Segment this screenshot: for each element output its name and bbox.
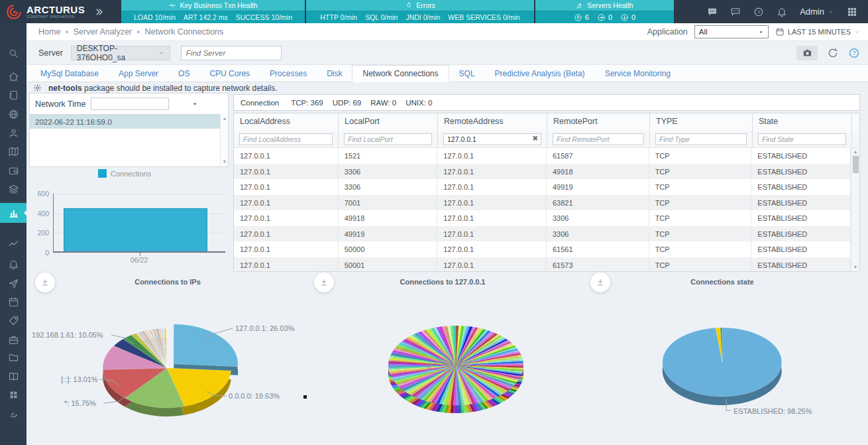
- filter-input-state[interactable]: [758, 133, 846, 145]
- sidebar-item-grid[interactable]: [0, 385, 27, 404]
- tab-network-connections[interactable]: Network Connections: [352, 65, 449, 82]
- network-time-filter-input[interactable]: [91, 97, 169, 110]
- chat-filled-icon[interactable]: [707, 7, 718, 17]
- column-header-remoteaddress[interactable]: RemoteAddress: [438, 113, 547, 131]
- tab-app-server[interactable]: App Server: [109, 65, 168, 82]
- column-header-localport[interactable]: LocalPort: [339, 113, 438, 131]
- download-chart-button[interactable]: [590, 273, 610, 292]
- filter-input-localaddress[interactable]: [239, 133, 333, 145]
- tab-mysql-database[interactable]: MySql Database: [30, 65, 109, 82]
- table-row[interactable]: 127.0.0.150001127.0.0.161573TCPESTABLISH…: [234, 257, 851, 272]
- server-label: Server: [38, 48, 63, 58]
- refresh-icon[interactable]: [827, 47, 839, 59]
- filter-input-remoteport[interactable]: [553, 133, 644, 145]
- sidebar-item-send[interactable]: [0, 274, 27, 292]
- table-cell: TCP: [649, 164, 752, 180]
- table-row[interactable]: 127.0.0.17001127.0.0.163821TCPESTABLISHE…: [234, 195, 851, 211]
- tab-sql[interactable]: SQL: [449, 65, 485, 82]
- tab-predictive-analysis-beta-[interactable]: Predictive Analysis (Beta): [485, 65, 595, 82]
- sidebar-item-globe[interactable]: [0, 105, 27, 123]
- sidebar-item-briefcase[interactable]: [0, 330, 27, 349]
- notifications-bell-icon[interactable]: [777, 7, 787, 17]
- column-header-type[interactable]: TYPE: [650, 113, 753, 131]
- expand-chevrons-icon[interactable]: [94, 7, 105, 17]
- scroll-up-icon[interactable]: ▲: [221, 115, 229, 122]
- help-circle-icon[interactable]: ?: [753, 7, 764, 17]
- folder-icon: [8, 351, 19, 363]
- server-select[interactable]: DESKTOP-376OHO0_sa: [71, 46, 170, 60]
- table-cell: 49918: [547, 164, 649, 180]
- network-time-entry[interactable]: 2022-06-22 11:16:59.0: [30, 115, 228, 129]
- breadcrumb-item[interactable]: Server Analyzer: [74, 27, 132, 36]
- filter-input-type[interactable]: [655, 133, 747, 145]
- circle-down-icon: [620, 13, 629, 22]
- download-chart-button[interactable]: [35, 273, 55, 292]
- column-header-state[interactable]: State: [753, 113, 852, 131]
- table-cell: 1521: [339, 148, 438, 164]
- table-row[interactable]: 127.0.0.13306127.0.0.149919TCPESTABLISHE…: [234, 179, 851, 195]
- connections-bar[interactable]: [64, 208, 207, 251]
- screenshot-button[interactable]: [796, 46, 818, 60]
- breadcrumb-separator: ●: [65, 29, 68, 35]
- sidebar-item-home[interactable]: [0, 67, 27, 86]
- table-row[interactable]: 127.0.0.149919127.0.0.13306TCPESTABLISHE…: [234, 226, 851, 242]
- gear-icon[interactable]: [33, 84, 42, 92]
- sidebar-item-layers[interactable]: [0, 180, 27, 198]
- table-scrollbar[interactable]: ▲ ▼: [851, 148, 859, 271]
- sidebar-item-wallet[interactable]: [0, 161, 27, 180]
- table-row[interactable]: 127.0.0.150000127.0.0.161561TCPESTABLISH…: [234, 241, 851, 257]
- sidebar-item-amazon[interactable]: a: [0, 404, 27, 422]
- left-sidebar: a: [0, 23, 27, 445]
- table-row[interactable]: 127.0.0.149918127.0.0.13306TCPESTABLISHE…: [234, 210, 851, 226]
- tab-processes[interactable]: Processes: [260, 65, 317, 82]
- scroll-down-icon[interactable]: ▼: [221, 159, 229, 165]
- scrollbar-thumb[interactable]: [853, 156, 859, 173]
- sidebar-item-notebook[interactable]: [0, 86, 27, 104]
- apps-grid-icon[interactable]: [847, 7, 857, 17]
- clear-filter-icon[interactable]: ✖: [533, 135, 538, 142]
- kpi-section[interactable]: Servers Health600: [535, 0, 674, 23]
- column-header-localaddress[interactable]: LocalAddress: [234, 113, 339, 131]
- brand-logo[interactable]: ARCTURUS CONSTANT INNOVATION: [0, 0, 121, 23]
- sidebar-item-user[interactable]: [0, 123, 27, 142]
- sidebar-item-book[interactable]: [0, 367, 27, 385]
- kpi-metric: SQL 0/min: [365, 13, 398, 21]
- scroll-down-icon[interactable]: ▼: [851, 264, 859, 271]
- sidebar-item-trend[interactable]: [0, 235, 27, 253]
- help-icon[interactable]: ?: [848, 47, 860, 59]
- network-time-scrollbar[interactable]: ▲ ▼: [220, 114, 228, 166]
- table-row[interactable]: 127.0.0.13306127.0.0.149918TCPESTABLISHE…: [234, 164, 851, 180]
- tab-os[interactable]: OS: [168, 65, 199, 82]
- tab-service-monitoring[interactable]: Service Monitoring: [595, 65, 680, 82]
- sidebar-item-map[interactable]: [0, 142, 27, 160]
- globe-icon: [8, 109, 19, 120]
- time-range-picker[interactable]: LAST 15 MINUTES: [775, 27, 860, 36]
- sidebar-item-bar-chart[interactable]: [0, 203, 27, 223]
- find-server-input[interactable]: [181, 46, 282, 60]
- caret-down-icon[interactable]: [191, 101, 198, 107]
- kpi-section[interactable]: Key Business Txn HealthLOAD 10/minART 14…: [121, 0, 305, 23]
- admin-menu[interactable]: Admin: [800, 7, 834, 17]
- pie-slice-127.0.0.1[interactable]: [174, 324, 238, 367]
- tab-disk[interactable]: Disk: [317, 65, 352, 82]
- topbar-actions: ? Admin: [707, 0, 868, 23]
- sidebar-item-search[interactable]: [0, 44, 27, 62]
- column-header-remoteport[interactable]: RemotePort: [547, 113, 650, 131]
- filter-input-remoteaddress[interactable]: [443, 133, 541, 145]
- scroll-up-icon[interactable]: ▲: [851, 149, 859, 155]
- table-row[interactable]: 127.0.0.11521127.0.0.161587TCPESTABLISHE…: [234, 148, 851, 164]
- application-select[interactable]: All: [694, 25, 769, 38]
- sidebar-item-calendar[interactable]: [0, 292, 27, 311]
- server-health-count: 0: [597, 13, 612, 22]
- sidebar-item-bell[interactable]: [0, 255, 27, 273]
- download-chart-button[interactable]: [314, 273, 334, 292]
- sidebar-item-folder[interactable]: [0, 348, 27, 366]
- tab-cpu-cores[interactable]: CPU Cores: [199, 65, 260, 82]
- chat-outline-icon[interactable]: [730, 7, 741, 17]
- tag-icon: [8, 315, 19, 326]
- filter-input-localport[interactable]: [344, 133, 432, 145]
- sidebar-item-tag[interactable]: [0, 311, 27, 330]
- breadcrumb-item[interactable]: Network Connections: [144, 27, 223, 36]
- breadcrumb-item[interactable]: Home: [38, 27, 60, 36]
- kpi-section[interactable]: ErrorsHTTP 0/minSQL 0/minJNDI 0/minWEB S…: [306, 0, 534, 23]
